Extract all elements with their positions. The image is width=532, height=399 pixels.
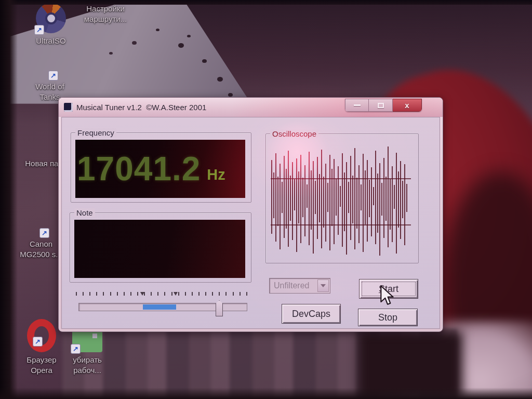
tick-mark <box>212 292 213 296</box>
tick-mark <box>178 292 179 296</box>
tick-mark <box>110 292 111 296</box>
minimize-button[interactable] <box>345 99 369 112</box>
maximize-icon <box>378 103 384 108</box>
frequency-display: 17041.2 Hz <box>75 140 245 198</box>
tick-mark <box>117 292 118 296</box>
selection-marker-end <box>174 292 178 296</box>
wallpaper-snow-spots <box>156 29 159 31</box>
frequency-value: 17041.2 <box>77 150 201 188</box>
desktop-icon-label: CanonMG2500 s... <box>20 239 62 259</box>
shortcut-arrow-icon: ↗ <box>33 337 43 347</box>
trackbar-selection <box>143 304 176 310</box>
tick-mark <box>157 292 158 296</box>
shortcut-arrow-icon: ↗ <box>48 71 58 81</box>
desktop-icon-label: убиратьрабоч... <box>73 355 102 375</box>
devcaps-button-label: DevCaps <box>292 309 330 320</box>
frequency-group-label: Frequency <box>75 128 116 137</box>
note-display <box>74 220 245 278</box>
tick-mark <box>225 292 227 296</box>
tick-mark <box>198 292 200 296</box>
shortcut-arrow-icon: ↗ <box>34 25 44 35</box>
frequency-unit: Hz <box>207 166 225 183</box>
ultraiso-icon: ↗ <box>36 3 66 33</box>
close-button[interactable]: x <box>393 99 422 112</box>
tick-mark <box>192 292 193 296</box>
oscilloscope-group: Oscilloscope <box>265 134 419 263</box>
selection-marker-start <box>140 292 144 296</box>
tick-mark <box>124 292 125 296</box>
combo-dropdown-button[interactable] <box>317 280 329 292</box>
minimize-icon <box>354 104 361 106</box>
tick-mark <box>205 292 206 296</box>
close-icon: x <box>405 101 409 109</box>
trackbar-thumb[interactable] <box>216 300 223 316</box>
chevron-down-icon <box>321 284 326 287</box>
filter-combobox-value: Unfiltered <box>270 281 317 290</box>
oscilloscope-waveform <box>268 140 415 260</box>
tick-mark <box>83 292 84 296</box>
note-group: Note <box>70 212 251 283</box>
shortcut-arrow-icon: ↗ <box>39 228 49 238</box>
note-group-label: Note <box>74 208 95 217</box>
mouse-cursor <box>380 285 395 306</box>
monitor-bezel-top <box>0 0 532 5</box>
tick-mark <box>219 292 220 296</box>
tick-mark <box>96 292 97 296</box>
desktop-icon-label: UltraISO <box>36 36 66 46</box>
oscilloscope-group-label: Oscilloscope <box>270 129 318 138</box>
tick-mark <box>164 292 165 296</box>
filter-combobox[interactable]: Unfiltered <box>269 278 330 294</box>
stop-button-label: Stop <box>378 312 397 323</box>
frequency-group: Frequency 17041.2 Hz <box>71 132 251 203</box>
tick-mark <box>233 292 234 296</box>
window-title: Musical Tuner v1.2 ©W.A.Steer 2001 <box>76 103 206 112</box>
tick-mark <box>137 292 138 296</box>
tick-mark <box>89 292 90 296</box>
devcaps-button[interactable]: DevCaps <box>282 304 341 324</box>
tick-mark <box>240 292 241 296</box>
tick-mark <box>151 292 152 296</box>
tick-mark <box>76 292 77 296</box>
shortcut-arrow-icon: ↗ <box>71 344 81 354</box>
app-icon <box>64 103 73 112</box>
tick-mark <box>185 292 186 296</box>
photographed-monitor: ↗UltraISOНастройкимаршрути...↗World ofTa… <box>0 0 532 399</box>
monitor-bezel-left <box>0 0 18 399</box>
tick-mark <box>130 292 131 296</box>
maximize-button[interactable] <box>369 99 393 112</box>
monitor-bezel-bottom <box>0 388 532 399</box>
desktop-icon-label: БраузерOpera <box>26 355 56 375</box>
desktop-icon-label: Настройкимаршрути... <box>84 4 127 24</box>
desktop-icon-ultraiso[interactable]: ↗UltraISO <box>29 3 73 46</box>
tick-mark <box>103 292 104 296</box>
tick-mark <box>171 292 172 296</box>
stop-button[interactable]: Stop <box>358 309 418 326</box>
trackbar-ticks <box>76 292 247 296</box>
opera-icon: ↗ <box>27 319 56 352</box>
tick-mark <box>246 292 247 296</box>
